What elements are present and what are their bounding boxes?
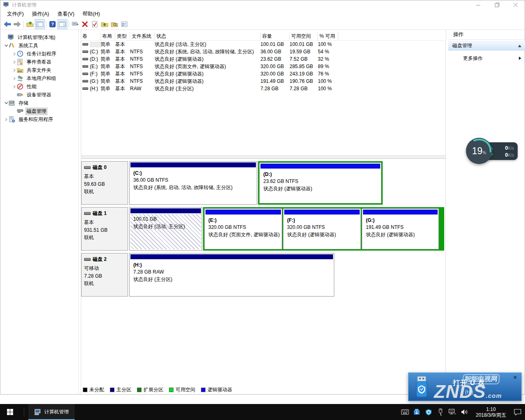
tree-item-disk-management[interactable]: 磁盘管理 [0, 107, 78, 115]
help-icon[interactable]: ? [48, 19, 57, 29]
volume-row[interactable]: (H:) 简单基本RAW状态良好 (主分区)7.28 GB7.28 GB100 … [81, 85, 446, 92]
disk-0-label[interactable]: 磁盘 0 基本 59.63 GB 联机 [81, 161, 128, 205]
toolbar: ? [0, 18, 525, 30]
volume-icon [82, 50, 88, 53]
partition-h[interactable]: (H:) 7.28 GB RAW 状态良好 (主分区) [129, 253, 334, 297]
tree-item-performance[interactable]: 性能 [0, 82, 78, 91]
chevron-right-icon[interactable] [12, 68, 17, 72]
collapse-icon[interactable] [518, 45, 521, 47]
tree-item-local-users-groups[interactable]: 本地用户和组 [0, 74, 78, 82]
tree-item-task-scheduler[interactable]: 任务计划程序 [0, 50, 78, 58]
tree-root-computer-management[interactable]: 计算机管理(本地) [0, 33, 78, 41]
volume-row[interactable]: 简单基本状态良好 (活动, 主分区)100.01 GB100.01 GB100 … [81, 41, 446, 48]
menu-view[interactable]: 查看(V) [53, 9, 79, 19]
volume-row[interactable]: (G:) 简单基本NTFS状态良好 (逻辑驱动器)191.49 GB190.76… [81, 78, 446, 85]
tree-item-event-viewer[interactable]: 事件查看器 [0, 58, 78, 66]
pane-splitter[interactable] [81, 155, 446, 159]
check-document-icon[interactable] [90, 19, 100, 29]
column-capacity[interactable]: 容量 [260, 32, 290, 40]
close-button[interactable] [506, 0, 525, 9]
touch-keyboard-icon[interactable] [401, 408, 409, 416]
show-console-tree-icon[interactable] [35, 19, 45, 29]
menu-help[interactable]: 帮助(H) [78, 9, 104, 19]
chevron-right-icon[interactable] [4, 118, 9, 121]
open-folder-icon[interactable] [25, 19, 35, 29]
event-log-icon [17, 59, 23, 65]
volume-row[interactable]: (D:) 简单基本NTFS状态良好 (逻辑驱动器)23.62 GB7.52 GB… [81, 55, 446, 63]
chevron-right-icon[interactable] [12, 77, 17, 80]
volume-icon [82, 80, 88, 82]
volume-list-header: 卷 布局 类型 文件系统 状态 容量 可用空间 % 可用 [81, 32, 446, 41]
column-free-space[interactable]: 可用空间 [290, 32, 318, 40]
column-type[interactable]: 类型 [115, 32, 130, 40]
monitor-icon[interactable] [70, 19, 80, 29]
partition-e[interactable]: (E:) 320.00 GB NTFS 状态良好 (页面文件, 逻辑驱动器) [204, 208, 282, 249]
system-tray: 1:10 2018/3/9/周五 [401, 404, 522, 420]
actions-section-disk-management[interactable]: 磁盘管理 [448, 41, 525, 50]
tree-item-shared-folders[interactable]: 共享文件夹 [0, 66, 78, 74]
folder-up-icon[interactable] [100, 19, 110, 29]
tree-item-services-applications[interactable]: 服务和应用程序 [0, 115, 78, 123]
menu-bar: 文件(F) 操作(A) 查看(V) 帮助(H) [0, 9, 525, 18]
start-button[interactable] [0, 404, 20, 420]
usb-helper-tray-icon[interactable] [413, 408, 421, 416]
back-icon[interactable] [2, 19, 12, 29]
column-filesystem[interactable]: 文件系统 [130, 32, 155, 40]
clock-date: 2018/3/9/周五 [472, 412, 510, 418]
tree-item-device-manager[interactable]: 设备管理器 [0, 91, 78, 99]
tools-icon [9, 42, 15, 49]
actions-pane: 操作 磁盘管理 更多操作 [448, 30, 525, 394]
show-action-pane-icon[interactable] [57, 19, 67, 29]
more-actions-item[interactable]: 更多操作 [448, 54, 525, 63]
popup-close-icon[interactable]: × [512, 374, 518, 381]
chevron-down-icon[interactable] [4, 102, 9, 104]
partition-unlettered[interactable]: 100.01 GB 状态良好 (活动, 主分区) [129, 207, 202, 251]
partition-f[interactable]: (F:) 320.00 GB NTFS 状态良好 (逻辑驱动器) [283, 208, 361, 249]
restore-button[interactable] [488, 0, 506, 9]
column-pct-free[interactable]: % 可用 [318, 32, 338, 40]
chevron-right-icon[interactable] [12, 52, 17, 56]
taskbar-clock[interactable]: 1:10 2018/3/9/周五 [472, 406, 510, 418]
usb-open-popup[interactable]: 打开 U 盘 (H:) × [408, 372, 522, 401]
tree-item-storage[interactable]: 存储 [0, 99, 78, 107]
console-tree-pane: 计算机管理(本地) 系统工具 任务计划程序 事件查看器 共享文件夹 [0, 30, 79, 394]
app-icon [3, 2, 9, 8]
delete-icon[interactable] [80, 19, 90, 29]
column-volume[interactable]: 卷 [81, 32, 100, 40]
disk-2-label[interactable]: 磁盘 2 可移动 7.28 GB 联机 [81, 253, 128, 297]
partition-c[interactable]: (C:) 36.00 GB NTFS 状态良好 (系统, 启动, 活动, 故障转… [129, 161, 257, 205]
primary-partition-band [130, 208, 201, 213]
legend-logical-swatch [201, 388, 205, 392]
clock-icon [17, 50, 23, 57]
volume-row[interactable]: (F:) 简单基本NTFS状态良好 (逻辑驱动器)320.00 GB243.19… [81, 70, 446, 78]
menu-action[interactable]: 操作(A) [28, 9, 53, 19]
volume-row[interactable]: (C:) 简单基本NTFS状态良好 (系统, 启动, 活动, 故障转储, 主分区… [81, 48, 446, 55]
partition-d[interactable]: (D:) 23.62 GB NTFS 状态良好 (逻辑驱动器) [259, 162, 381, 203]
taskbar: 计算机管理 1:10 2018/3/9/周五 [0, 404, 525, 420]
usb-device-tray-icon[interactable] [436, 408, 445, 416]
taskbar-item-computer-management[interactable]: 计算机管理 [28, 404, 75, 420]
column-status[interactable]: 状态 [155, 32, 260, 40]
action-center-icon[interactable] [514, 408, 522, 416]
tree-item-system-tools[interactable]: 系统工具 [0, 41, 78, 50]
volume-tray-icon[interactable] [460, 408, 468, 416]
volume-row[interactable]: (E:) 简单基本NTFS状态良好 (页面文件, 逻辑驱动器)320.00 GB… [81, 63, 446, 70]
partition-g[interactable]: (G:) 191.49 GB NTFS 状态良好 (逻辑驱动器) [362, 208, 439, 249]
chevron-down-icon[interactable] [4, 44, 9, 47]
legend-label: 逻辑驱动器 [208, 386, 232, 393]
chevron-right-icon[interactable] [12, 85, 17, 89]
forward-icon[interactable] [12, 19, 22, 29]
disk-1-label[interactable]: 磁盘 1 基本 931.51 GB 联机 [81, 207, 128, 251]
popup-title[interactable]: 打开 U 盘 [425, 378, 513, 388]
properties-icon[interactable] [119, 19, 129, 29]
menu-file[interactable]: 文件(F) [3, 9, 28, 19]
legend-free-swatch [169, 388, 173, 392]
column-layout[interactable]: 布局 [100, 32, 115, 40]
computer-management-window: 计算机管理 文件(F) 操作(A) 查看(V) 帮助(H) ? [0, 0, 525, 395]
network-tray-icon[interactable] [448, 408, 457, 416]
security-shield-tray-icon[interactable] [425, 408, 433, 416]
folder-search-icon[interactable] [110, 19, 119, 29]
clock-time: 1:10 [472, 406, 510, 412]
chevron-right-icon[interactable] [12, 60, 17, 64]
minimize-button[interactable] [469, 0, 488, 9]
